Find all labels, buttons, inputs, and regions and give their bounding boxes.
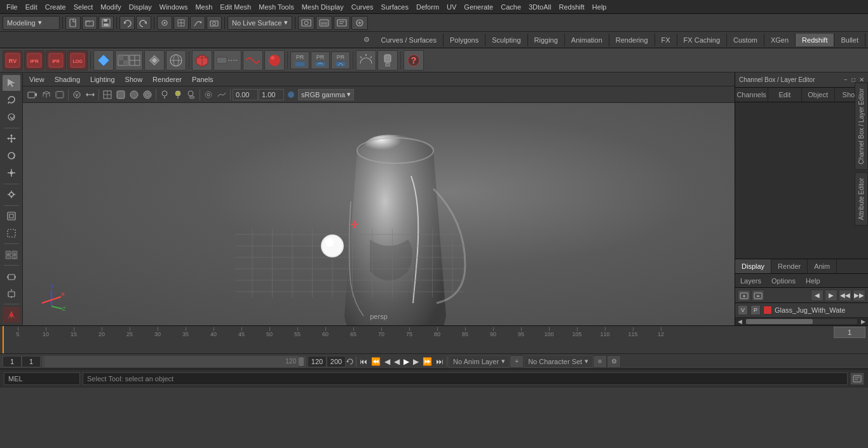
playback-range-bar[interactable]: 120 — [42, 356, 306, 367]
play-prev-frame-button[interactable]: ◀ — [383, 357, 392, 366]
playback-end-frame[interactable]: 120 — [308, 356, 327, 367]
menu-file[interactable]: File — [3, 2, 22, 12]
rotate-tool-button[interactable] — [3, 148, 20, 164]
playback-slider-thumb[interactable] — [299, 357, 304, 366]
layer-visibility-button[interactable]: V — [738, 305, 748, 315]
menu-edit-mesh[interactable]: Edit Mesh — [216, 2, 255, 12]
menu-uv[interactable]: UV — [443, 2, 460, 12]
play-back-button[interactable]: ◀ — [392, 357, 402, 366]
menu-create[interactable]: Create — [41, 2, 70, 12]
script-editor-button[interactable] — [850, 372, 864, 385]
playback-max-frame[interactable]: 200 — [327, 356, 346, 367]
layer-vis-arrow-right2[interactable]: ▶▶ — [853, 290, 865, 301]
vp-value1-field[interactable]: 0.00 — [233, 89, 258, 100]
render-settings-button[interactable] — [334, 16, 350, 30]
shelf-tab-custom[interactable]: Custom — [727, 34, 764, 46]
menu-display[interactable]: Display — [125, 2, 156, 12]
scale-tool-button[interactable] — [3, 165, 20, 181]
layer-menu-help[interactable]: Help — [801, 274, 825, 288]
snap-point-button[interactable] — [157, 16, 172, 30]
attribute-editor-edge-tab[interactable]: Attribute Editor — [855, 172, 868, 226]
no-live-surface-dropdown[interactable]: No Live Surface ▾ — [227, 16, 292, 30]
shelf-tab-rigging[interactable]: Rigging — [528, 34, 565, 46]
shelf-gear-icon[interactable]: ⚙ — [358, 33, 375, 46]
play-fwd-button[interactable]: ▶ — [402, 357, 411, 366]
rs-sphere-button[interactable] — [166, 50, 186, 71]
rs-ipr-button[interactable]: IPR — [24, 50, 44, 71]
cb-minimize-button[interactable]: − — [844, 76, 848, 83]
playback-start-frame[interactable]: 1 — [22, 356, 41, 367]
char-set-btn1[interactable]: ≡ — [593, 355, 607, 368]
rs-wave-button[interactable] — [243, 50, 263, 71]
rs-cube-red-button[interactable] — [192, 50, 212, 71]
track-camera-button[interactable] — [3, 268, 20, 284]
soft-select-button[interactable] — [3, 208, 20, 224]
redo-button[interactable] — [136, 16, 151, 30]
anim-layer-btn1[interactable]: + — [510, 355, 524, 368]
vp-wireframe-btn[interactable] — [101, 88, 114, 101]
channel-box-edge-tab[interactable]: Channel Box / Layer Editor — [855, 83, 868, 170]
rs-rv-button[interactable]: RV — [3, 50, 23, 71]
layer-vis-arrow-left2[interactable]: ◀◀ — [839, 290, 851, 301]
light-meter-button[interactable] — [351, 16, 368, 30]
lasso-select-button[interactable] — [3, 92, 20, 108]
viewport-menu-view[interactable]: View — [25, 74, 48, 85]
rs-proxy-button[interactable]: ? — [403, 50, 424, 71]
vp-perspective-button[interactable] — [40, 88, 53, 101]
timeline-ruler[interactable]: 5 10 15 20 25 30 35 40 45 50 55 60 65 70… — [0, 326, 868, 339]
vp-snap-icon-btn[interactable] — [71, 88, 83, 101]
current-frame-right[interactable]: 1 — [834, 327, 865, 338]
play-next-frame-button[interactable]: ▶ — [411, 357, 421, 366]
char-set-btn2[interactable]: ⚙ — [607, 355, 621, 368]
layer-menu-layers[interactable]: Layers — [735, 274, 766, 288]
cb-tab-channels[interactable]: Channels — [735, 88, 768, 102]
vp-xray-btn[interactable] — [202, 88, 215, 101]
menu-curves[interactable]: Curves — [348, 2, 377, 12]
rs-pr3-button[interactable]: PR — [331, 51, 350, 69]
menu-windows[interactable]: Windows — [156, 2, 192, 12]
workspace-dropdown[interactable]: Modeling ▾ — [3, 16, 60, 30]
char-set-dropdown[interactable]: No Character Set ▾ — [524, 355, 593, 368]
shelf-tab-rendering[interactable]: Rendering — [609, 34, 655, 46]
vp-film-button[interactable] — [53, 88, 66, 101]
vp-transform-btn[interactable] — [84, 88, 97, 101]
play-prev-key-button[interactable]: ⏪ — [369, 357, 383, 366]
menu-3dtoall[interactable]: 3DtoAll — [525, 2, 555, 12]
play-go-end-button[interactable]: ⏭ — [434, 357, 445, 366]
move-tool-button[interactable] — [3, 131, 20, 147]
layer-playback-button[interactable]: P — [750, 305, 761, 315]
redshift-logo-button[interactable] — [3, 307, 20, 323]
shelf-tab-fx-caching[interactable]: FX Caching — [677, 34, 727, 46]
shelf-tab-curves-surfaces[interactable]: Curves / Surfaces — [375, 34, 444, 46]
menu-deform[interactable]: Deform — [412, 2, 443, 12]
play-go-start-button[interactable]: ⏮ — [358, 357, 369, 366]
rs-diamond-button[interactable] — [93, 50, 114, 71]
snap-view-button[interactable] — [207, 16, 222, 30]
vp-smooth-btn[interactable] — [128, 88, 140, 101]
rs-dome-button[interactable] — [356, 50, 376, 71]
playback-range-right-handle[interactable] — [304, 356, 306, 367]
shelf-tab-xgen[interactable]: XGen — [764, 34, 796, 46]
viewport-menu-panels[interactable]: Panels — [188, 74, 217, 85]
layer-vis-arrow-right[interactable]: ▶ — [825, 290, 837, 301]
playback-current-frame[interactable]: 1 — [3, 356, 22, 367]
rs-pr2-button[interactable]: PR — [311, 51, 330, 69]
layer-tab-render[interactable]: Render — [771, 259, 808, 273]
vp-env-btn[interactable] — [215, 88, 228, 101]
shelf-tab-redshift[interactable]: Redshift — [796, 34, 834, 46]
save-file-button[interactable] — [98, 16, 114, 30]
vp-subdiv-btn[interactable] — [141, 88, 154, 101]
timeline-playhead[interactable] — [3, 326, 9, 339]
menu-modify[interactable]: Modify — [97, 2, 125, 12]
scroll-track[interactable] — [746, 319, 857, 324]
menu-edit[interactable]: Edit — [22, 2, 41, 12]
shelf-tab-sculpting[interactable]: Sculpting — [485, 34, 527, 46]
vp-srgb-toggle[interactable] — [285, 88, 297, 101]
viewport-menu-renderer[interactable]: Renderer — [149, 74, 186, 85]
rs-slash-button[interactable] — [214, 50, 241, 71]
vp-shadow-btn[interactable] — [185, 88, 198, 101]
layer-tab-display[interactable]: Display — [735, 259, 771, 273]
plus-minus-button[interactable]: + + - + — [3, 247, 20, 262]
scroll-left-arrow[interactable]: ◀ — [735, 318, 745, 325]
menu-redshift[interactable]: Redshift — [555, 2, 588, 12]
